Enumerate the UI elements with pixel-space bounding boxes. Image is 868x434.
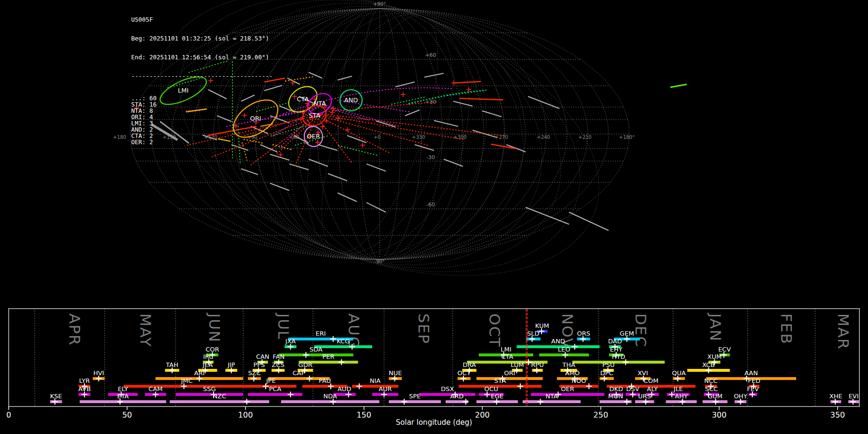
activity-label-CTA: CTA: [501, 353, 513, 360]
activity-label-URS: URS: [638, 393, 651, 400]
activity-label-CAM: CAM: [149, 385, 163, 393]
ra-label: +330: [412, 135, 425, 140]
activity-label-NOO: NOO: [571, 377, 586, 384]
activity-label-FAN: FAN: [272, 353, 285, 360]
meteor-trail: [270, 183, 289, 190]
meteor-trail: [241, 169, 258, 175]
station-info-panel: US005F Beg: 20251101 01:32:25 (sol = 218…: [131, 4, 273, 151]
activity-label-AHY: AHY: [675, 393, 688, 400]
activity-label-JMC: JMC: [181, 377, 193, 384]
activity-label-COR: COR: [205, 346, 219, 353]
activity-label-PER: PER: [322, 353, 334, 360]
meteor-trail: [347, 136, 366, 143]
activity-label-NIA: NIA: [370, 377, 381, 384]
activity-bars: KUMERISLDORSGEMJXAKCGANDDADCORSDALMILEOE…: [50, 322, 859, 405]
plot-frame: [9, 309, 859, 407]
meteor-trail: [424, 73, 444, 77]
activity-label-OER: OER: [561, 385, 574, 393]
activity-label-FED: FED: [748, 377, 760, 384]
activity-label-HYD: HYD: [612, 353, 625, 360]
activity-bar-NZC: [170, 400, 269, 403]
ra-label: +180: [113, 135, 126, 140]
meteor-trail: [318, 145, 338, 150]
activity-label-PAU: PAU: [319, 377, 331, 384]
separator: ---------------------------------------: [131, 73, 273, 79]
activity-label-JEA: JEA: [202, 361, 213, 368]
meteor-trail: [392, 97, 425, 104]
station-id: US005F: [131, 16, 273, 23]
activity-label-LEO: LEO: [558, 346, 570, 353]
meteor-trail: [309, 159, 328, 166]
month-label-APR: APR: [66, 313, 83, 346]
activity-label-ETA: ETA: [117, 393, 129, 400]
activity-label-GUM: GUM: [707, 393, 722, 400]
activity-label-ALY: ALY: [647, 385, 657, 393]
month-label-OCT: OCT: [486, 313, 503, 348]
activity-label-ARI: ARI: [194, 369, 204, 377]
meteor-trail: [670, 84, 687, 87]
activity-label-JIP: JIP: [227, 361, 235, 368]
axis-tick-label: 300: [712, 410, 727, 420]
activity-label-OHY: OHY: [734, 393, 747, 400]
axis-tick-label: 150: [356, 410, 371, 420]
activity-label-AND: AND: [551, 338, 565, 345]
activity-bar-DSX: [420, 393, 475, 396]
activity-label-TAH: TAH: [165, 361, 178, 368]
activity-label-EVI: EVI: [849, 393, 859, 400]
meteor-trail: [405, 110, 420, 116]
meteor-trail: [289, 164, 309, 170]
meteor-trail: [526, 207, 569, 224]
activity-label-STA: STA: [494, 377, 506, 384]
activity-label-AVB: AVB: [78, 385, 91, 393]
activity-bar-KCG: [314, 345, 372, 348]
axis-tick-label: 0: [6, 410, 11, 420]
activity-label-LYR: LYR: [79, 377, 90, 384]
activity-bar-SSG: [176, 393, 243, 396]
activity-label-ERI: ERI: [316, 330, 326, 337]
activity-label-DKD: DKD: [610, 385, 624, 393]
activity-label-ARD: ARD: [450, 393, 464, 400]
count-line: OER: 2: [131, 139, 273, 145]
activity-label-LUM: LUM: [511, 361, 524, 368]
activity-label-NUE: NUE: [389, 369, 402, 377]
activity-label-DPC: DPC: [600, 369, 613, 377]
month-label-JUL: JUL: [275, 312, 292, 340]
meteor-trail: [338, 193, 357, 202]
activity-label-KUM: KUM: [535, 322, 549, 329]
month-label-JAN: JAN: [707, 312, 724, 342]
month-label-MAR: MAR: [835, 313, 852, 350]
activity-label-PCA: PCA: [269, 385, 282, 393]
pole-label: -90°: [374, 259, 384, 264]
axis-tick-label: 350: [830, 410, 845, 420]
activity-bar-HYD: [572, 361, 665, 364]
shower-label-CTA: CTA: [297, 95, 309, 103]
end-time: End: 20251101 12:56:54 (sol = 219.00°): [131, 54, 273, 60]
activity-label-XUM: XUM: [707, 353, 722, 360]
activity-label-SLD: SLD: [527, 330, 540, 337]
dec-label: +60: [425, 52, 436, 58]
activity-label-THA: THA: [562, 361, 575, 368]
activity-label-KSE: KSE: [50, 393, 62, 400]
activity-label-AMO: AMO: [565, 369, 580, 377]
begin-time: Beg: 20251101 01:32:25 (sol = 218.53°): [131, 35, 273, 41]
activity-label-XVI: XVI: [637, 369, 648, 377]
activity-bar-SPE: [389, 400, 441, 403]
meteor-trail: [482, 111, 502, 117]
activity-bar-ETA: [80, 400, 166, 403]
activity-label-NTA: NTA: [545, 393, 558, 400]
pole-label: +90°: [373, 1, 386, 7]
activity-label-AAN: AAN: [745, 369, 758, 377]
month-label-DEC: DEC: [632, 313, 650, 348]
activity-bar-SDA: [279, 353, 353, 356]
activity-label-XHE: XHE: [829, 393, 842, 400]
activity-bar-STA: [459, 385, 542, 388]
month-label-MAY: MAY: [137, 313, 154, 347]
activity-label-QUA: QUA: [672, 369, 686, 377]
activity-label-PSU: PSU: [602, 361, 615, 368]
shower-label-OER: OER: [307, 133, 320, 140]
meteor-trail: [309, 72, 322, 78]
activity-label-DRA: DRA: [463, 361, 476, 368]
activity-label-NZC: NZC: [213, 393, 226, 400]
activity-bar-JMC: [123, 385, 250, 388]
activity-bar-NDA: [281, 400, 380, 403]
